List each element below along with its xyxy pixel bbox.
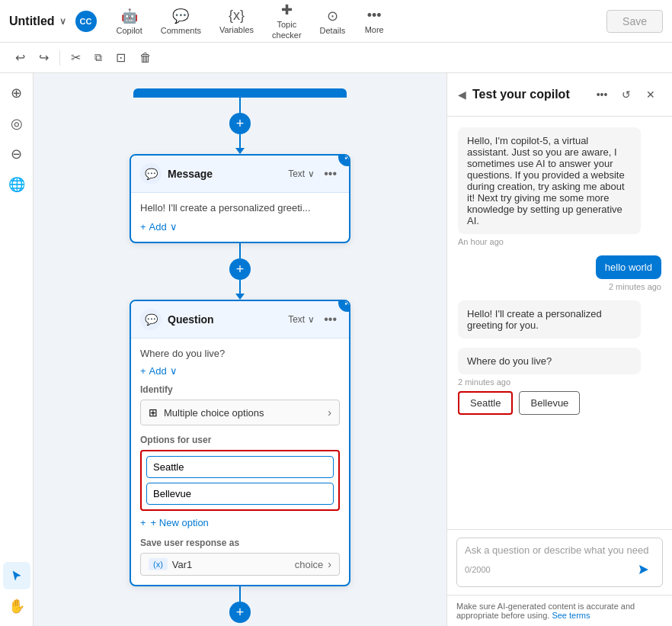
save-button[interactable]: Save (606, 10, 663, 33)
see-terms-link[interactable]: See terms (552, 611, 590, 620)
save-response-label: Save user response as (140, 538, 340, 548)
copilot-refresh-button[interactable]: ↺ (616, 84, 637, 105)
identify-chevron: › (328, 406, 331, 419)
copilot-more-button[interactable]: ••• (591, 84, 613, 105)
target-button[interactable]: ◎ (3, 110, 30, 137)
send-button[interactable] (633, 559, 654, 580)
var-row[interactable]: (x) Var1 choice › (140, 553, 340, 576)
bellevue-choice-button[interactable]: Bellevue (519, 391, 580, 415)
cursor-button[interactable] (3, 562, 30, 589)
question-add-link[interactable]: + Add ∨ (140, 365, 340, 377)
edit-toolbar: ↩ ↪ ✂ ⧉ ⊡ 🗑 (0, 43, 672, 73)
variables-icon: {x} (229, 8, 245, 24)
copilot-panel-title: Test your copilot (472, 88, 585, 101)
var-chevron: › (328, 558, 331, 570)
new-option-button[interactable]: + + New option (140, 517, 340, 528)
options-box (140, 450, 340, 511)
message-menu[interactable]: ••• (321, 167, 340, 181)
identify-label: Identify (140, 384, 340, 395)
add-plus: + (140, 221, 146, 233)
add-node-button-3[interactable]: + (229, 602, 251, 623)
message-type-badge[interactable]: Text ∨ (288, 169, 315, 179)
identify-row[interactable]: ⊞ Multiple choice options › (140, 400, 340, 425)
comments-icon: 💬 (172, 8, 189, 24)
question-type-chevron: ∨ (308, 314, 315, 325)
identify-icon: ⊞ (149, 406, 158, 419)
topic-checker-button[interactable]: ✚ Topicchecker (264, 0, 309, 45)
zoom-in-button[interactable]: ⊕ (3, 79, 30, 107)
arrow-2 (235, 294, 245, 300)
title-chevron[interactable]: ∨ (59, 16, 66, 27)
copy-button[interactable]: ⧉ (88, 48, 108, 67)
copilot-icon: 🤖 (121, 8, 138, 24)
save-response-section: Save user response as (x) Var1 choice › (140, 538, 340, 576)
question-card-header: 💬 Question Text ∨ ••• (131, 301, 349, 339)
zoom-out-button[interactable]: ⊖ (3, 140, 30, 168)
identify-section: Identify ⊞ Multiple choice options › (140, 384, 340, 425)
message-card-body: Hello! I'll create a personalized greeti… (131, 193, 349, 242)
question-card-body: Where do you live? + Add ∨ Identify ⊞ Mu… (131, 339, 349, 585)
seattle-choice-button[interactable]: Seattle (458, 391, 513, 415)
copilot-close-button[interactable]: ✕ (640, 84, 661, 105)
globe-button[interactable]: 🌐 (3, 171, 30, 198)
copilot-footer: Make sure AI-generated content is accura… (447, 595, 672, 626)
message-add-link[interactable]: + Add ∨ (140, 221, 340, 233)
q-add-chevron: ∨ (170, 365, 178, 377)
main-toolbar: Untitled ∨ CC 🤖 Copilot 💬 Comments {x} V… (0, 0, 672, 43)
var-tag: (x) (149, 558, 168, 570)
toolbar2-separator (59, 50, 60, 66)
connector-line-1 (239, 134, 241, 149)
user-message-1: hello world 2 minutes ago (458, 255, 661, 291)
chat-input-placeholder: Ask a question or describe what you need (465, 544, 654, 556)
duplicate-button[interactable]: ⊡ (110, 47, 132, 68)
add-label: Add (149, 221, 167, 233)
cut-button[interactable]: ✂ (65, 47, 87, 68)
undo-button[interactable]: ↩ (9, 47, 31, 68)
chat-input-box[interactable]: Ask a question or describe what you need… (456, 538, 663, 587)
message-body-text: Hello! I'll create a personalized greeti… (140, 202, 340, 213)
bot-bubble-1: Hello, I'm copilot-5, a virtual assistan… (458, 127, 641, 234)
option-2-field[interactable] (147, 483, 333, 504)
q-add-plus: + (140, 365, 146, 377)
option-1-field[interactable] (147, 457, 333, 477)
question-icon: 💬 (140, 309, 162, 330)
add-chevron: ∨ (170, 221, 178, 233)
copilot-panel-header: ◀ Test your copilot ••• ↺ ✕ (447, 73, 672, 117)
copilot-button[interactable]: 🤖 Copilot (109, 3, 150, 40)
copilot-actions: ••• ↺ ✕ (591, 84, 661, 105)
left-toolbar: ⊕ ◎ ⊖ 🌐 ✋ (0, 73, 34, 626)
question-type-label: Text (288, 314, 305, 325)
message-type-label: Text (288, 169, 305, 179)
var-choice: choice (295, 559, 324, 570)
add-node-button-2[interactable]: + (229, 258, 251, 280)
more-button[interactable]: ••• More (356, 3, 392, 39)
connector-line-2 (239, 243, 241, 258)
chat-messages: Hello, I'm copilot-5, a virtual assistan… (447, 117, 672, 529)
delete-button[interactable]: 🗑 (133, 48, 158, 68)
bot-message-2: Hello! I'll create a personalized greeti… (458, 300, 661, 339)
bot-time-3: 2 minutes ago (458, 377, 661, 387)
redo-button[interactable]: ↪ (33, 47, 55, 68)
variables-label: Variables (219, 25, 254, 34)
question-menu[interactable]: ••• (321, 313, 340, 326)
option-input-1[interactable] (146, 456, 334, 478)
question-text: Where do you live? (140, 348, 340, 359)
variables-button[interactable]: {x} Variables (212, 3, 261, 39)
app-title: Untitled ∨ (9, 14, 66, 28)
hand-button[interactable]: ✋ (3, 592, 30, 620)
connector-top (239, 98, 241, 113)
question-card: 💬 Question Text ∨ ••• Where do you live?… (130, 300, 350, 586)
add-node-button-1[interactable]: + (229, 113, 251, 134)
comments-button[interactable]: 💬 Comments (153, 3, 209, 40)
user-bubble-1: hello world (596, 255, 661, 279)
details-button[interactable]: ⊙ Details (312, 3, 354, 40)
flow-container: + 💬 Message Text ∨ ••• Hello! I'll creat… (126, 88, 354, 623)
chat-input-row: 0/2000 (465, 559, 654, 580)
comments-label: Comments (161, 26, 201, 35)
char-count: 0/2000 (465, 565, 629, 574)
message-card: 💬 Message Text ∨ ••• Hello! I'll create … (130, 154, 350, 243)
canvas-area[interactable]: + 💬 Message Text ∨ ••• Hello! I'll creat… (34, 73, 446, 626)
option-input-2[interactable] (146, 483, 334, 505)
question-type-badge[interactable]: Text ∨ (288, 314, 315, 325)
expand-icon[interactable]: ◀ (458, 88, 466, 101)
